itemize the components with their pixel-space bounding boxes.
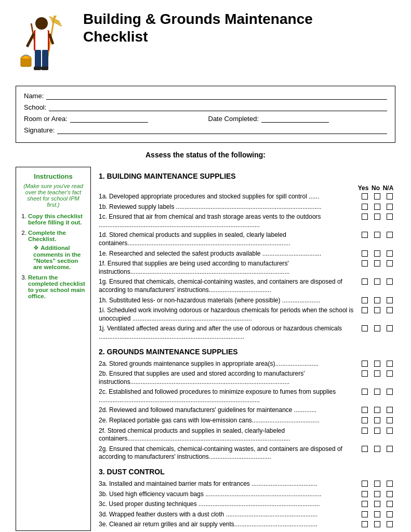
checkbox-1j-na[interactable] bbox=[387, 325, 393, 331]
checklist-area: 1. BUILDING MAINTENANCE SUPPLIES Yes No … bbox=[99, 167, 395, 531]
checkbox-2e-yes[interactable] bbox=[362, 417, 368, 423]
checkbox-1a-yes[interactable] bbox=[362, 193, 368, 200]
checkbox-1g-na[interactable] bbox=[387, 278, 393, 285]
checkbox-2f-na[interactable] bbox=[387, 428, 393, 434]
checkbox-2a-yes[interactable] bbox=[362, 361, 368, 367]
item-text-1a: 1a. Developed appropriate procedures and… bbox=[99, 193, 359, 201]
checkbox-1e-no[interactable] bbox=[374, 250, 380, 257]
item-text-1e: 1e. Researched and selected the safest p… bbox=[99, 250, 359, 258]
checkbox-3b-na[interactable] bbox=[387, 491, 393, 497]
instructions-box: Instructions (Make sure you've read over… bbox=[16, 167, 91, 531]
checkbox-1i-no[interactable] bbox=[374, 307, 380, 313]
checkbox-1c-na[interactable] bbox=[387, 214, 393, 220]
checkbox-1h-na[interactable] bbox=[387, 297, 393, 303]
checkbox-2c-no[interactable] bbox=[374, 389, 380, 395]
checkboxes-3a bbox=[359, 480, 395, 487]
checkbox-1i-yes[interactable] bbox=[362, 307, 368, 313]
checkbox-1a-na[interactable] bbox=[387, 193, 393, 200]
checkbox-3e-yes[interactable] bbox=[362, 521, 368, 527]
checkbox-1d-no[interactable] bbox=[374, 232, 380, 238]
item-text-2a: 2a. Stored grounds maintenance supplies … bbox=[99, 360, 359, 368]
checkbox-2f-yes[interactable] bbox=[362, 428, 368, 434]
checkbox-2d-na[interactable] bbox=[387, 407, 393, 413]
checkbox-3c-yes[interactable] bbox=[362, 501, 368, 507]
name-row: Name: bbox=[24, 91, 387, 100]
checkbox-3a-yes[interactable] bbox=[362, 481, 368, 487]
checkbox-3e-no[interactable] bbox=[374, 521, 380, 527]
checkbox-1b-yes[interactable] bbox=[362, 204, 368, 210]
checkbox-1a-no[interactable] bbox=[374, 193, 380, 200]
item-text-2g: 2g. Ensured that chemicals, chemical-con… bbox=[99, 445, 359, 461]
item-text-1j: 1j. Ventilated affected areas during and… bbox=[99, 325, 359, 341]
checkbox-2f-no[interactable] bbox=[374, 428, 380, 434]
checkbox-2e-no[interactable] bbox=[374, 417, 380, 423]
checklist-item-1d: 1d. Stored chemical products and supplie… bbox=[99, 231, 395, 247]
checkbox-2b-na[interactable] bbox=[387, 370, 393, 377]
checkbox-1e-yes[interactable] bbox=[362, 250, 368, 257]
checkboxes-2g bbox=[359, 445, 395, 452]
instructions-note: (Make sure you've read over the teacher'… bbox=[20, 183, 86, 208]
svg-rect-11 bbox=[34, 66, 41, 70]
date-line bbox=[261, 114, 329, 123]
checkbox-2g-yes[interactable] bbox=[362, 446, 368, 452]
checkbox-3a-no[interactable] bbox=[374, 481, 380, 487]
checkbox-2e-na[interactable] bbox=[387, 417, 393, 423]
checkbox-1f-no[interactable] bbox=[374, 260, 380, 267]
checkbox-1j-yes[interactable] bbox=[362, 325, 368, 331]
checkbox-2g-na[interactable] bbox=[387, 446, 393, 452]
school-row: School: bbox=[24, 103, 387, 111]
svg-rect-9 bbox=[35, 50, 41, 68]
checkbox-1f-na[interactable] bbox=[387, 260, 393, 267]
checkbox-1g-yes[interactable] bbox=[362, 278, 368, 285]
room-label: Room or Area: bbox=[24, 115, 68, 123]
checkbox-1e-na[interactable] bbox=[387, 250, 393, 257]
checkbox-2a-no[interactable] bbox=[374, 361, 380, 367]
checkbox-3d-no[interactable] bbox=[374, 511, 380, 517]
checkbox-1f-yes[interactable] bbox=[362, 260, 368, 267]
checkbox-2b-no[interactable] bbox=[374, 370, 380, 377]
checkbox-1c-yes[interactable] bbox=[362, 214, 368, 220]
checkboxes-1a bbox=[359, 193, 395, 200]
checkbox-1j-no[interactable] bbox=[374, 325, 380, 331]
checkbox-1d-yes[interactable] bbox=[362, 232, 368, 238]
checklist-item-1g: 1g. Ensured that chemicals, chemical-con… bbox=[99, 278, 395, 294]
checkbox-2d-yes[interactable] bbox=[362, 407, 368, 413]
checkbox-1d-na[interactable] bbox=[387, 232, 393, 238]
checklist-item-3d: 3d. Wrapped feather dusters with a dust … bbox=[99, 511, 395, 519]
checkboxes-1c bbox=[359, 213, 395, 220]
checkbox-2d-no[interactable] bbox=[374, 407, 380, 413]
checkbox-1g-no[interactable] bbox=[374, 278, 380, 285]
checkboxes-2d bbox=[359, 406, 395, 413]
checkbox-1h-no[interactable] bbox=[374, 297, 380, 303]
date-label: Date Completed: bbox=[208, 115, 259, 123]
checkbox-2b-yes[interactable] bbox=[362, 370, 368, 377]
checkbox-2c-yes[interactable] bbox=[362, 389, 368, 395]
checkbox-3e-na[interactable] bbox=[387, 521, 393, 527]
checkbox-1h-yes[interactable] bbox=[362, 297, 368, 303]
name-label: Name: bbox=[24, 92, 44, 100]
checkbox-1i-na[interactable] bbox=[387, 307, 393, 313]
item-text-1d: 1d. Stored chemical products and supplie… bbox=[99, 231, 359, 247]
checkbox-2c-na[interactable] bbox=[387, 389, 393, 395]
item-text-1i: 1i. Scheduled work involving odorous or … bbox=[99, 307, 359, 323]
main-content: Instructions (Make sure you've read over… bbox=[16, 167, 395, 531]
checklist-item-2g: 2g. Ensured that chemicals, chemical-con… bbox=[99, 445, 395, 461]
checkbox-3b-no[interactable] bbox=[374, 491, 380, 497]
checkbox-2g-no[interactable] bbox=[374, 446, 380, 452]
checkbox-2a-na[interactable] bbox=[387, 361, 393, 367]
item-text-2d: 2d. Reviewed and followed manufacturers'… bbox=[99, 406, 359, 415]
title-block: Building & Grounds Maintenance Checklist bbox=[83, 10, 313, 45]
instructions-title: Instructions bbox=[20, 172, 86, 180]
checkbox-3b-yes[interactable] bbox=[362, 491, 368, 497]
checkbox-3c-no[interactable] bbox=[374, 501, 380, 507]
checkbox-1b-na[interactable] bbox=[387, 204, 393, 210]
section-1-items: 1a. Developed appropriate procedures and… bbox=[99, 193, 395, 341]
checkbox-3d-na[interactable] bbox=[387, 511, 393, 517]
checkbox-3c-na[interactable] bbox=[387, 501, 393, 507]
instructions-list: Copy this checklist before filling it ou… bbox=[20, 213, 86, 299]
checkbox-3d-yes[interactable] bbox=[362, 511, 368, 517]
checkbox-1b-no[interactable] bbox=[374, 204, 380, 210]
checklist-item-2a: 2a. Stored grounds maintenance supplies … bbox=[99, 360, 395, 368]
checkbox-3a-na[interactable] bbox=[387, 481, 393, 487]
checkbox-1c-no[interactable] bbox=[374, 214, 380, 220]
